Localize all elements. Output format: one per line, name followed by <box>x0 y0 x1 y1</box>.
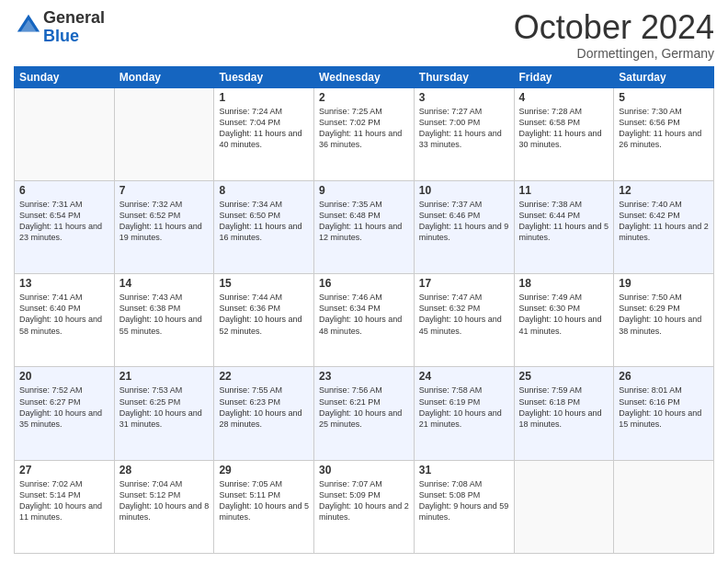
day-detail: Sunrise: 7:08 AM Sunset: 5:08 PM Dayligh… <box>419 478 509 523</box>
col-sunday: Sunday <box>15 66 115 87</box>
calendar-week-row: 1Sunrise: 7:24 AM Sunset: 7:04 PM Daylig… <box>15 87 714 180</box>
calendar-cell: 10Sunrise: 7:37 AM Sunset: 6:46 PM Dayli… <box>414 180 514 273</box>
day-number: 5 <box>619 91 709 104</box>
day-number: 9 <box>319 184 409 197</box>
day-detail: Sunrise: 7:46 AM Sunset: 6:34 PM Dayligh… <box>319 292 409 337</box>
day-number: 20 <box>19 370 109 383</box>
calendar-cell: 26Sunrise: 8:01 AM Sunset: 6:16 PM Dayli… <box>614 367 714 460</box>
calendar-cell: 6Sunrise: 7:31 AM Sunset: 6:54 PM Daylig… <box>15 180 115 273</box>
calendar-cell: 5Sunrise: 7:30 AM Sunset: 6:56 PM Daylig… <box>614 87 714 180</box>
calendar-cell: 19Sunrise: 7:50 AM Sunset: 6:29 PM Dayli… <box>614 274 714 367</box>
day-detail: Sunrise: 7:24 AM Sunset: 7:04 PM Dayligh… <box>219 106 309 151</box>
calendar-cell: 24Sunrise: 7:58 AM Sunset: 6:19 PM Dayli… <box>414 367 514 460</box>
day-number: 17 <box>419 277 509 290</box>
col-monday: Monday <box>114 66 214 87</box>
calendar-cell: 30Sunrise: 7:07 AM Sunset: 5:09 PM Dayli… <box>314 460 415 553</box>
day-detail: Sunrise: 7:52 AM Sunset: 6:27 PM Dayligh… <box>19 385 109 430</box>
day-number: 28 <box>119 464 210 477</box>
day-number: 3 <box>419 91 509 104</box>
calendar-cell: 9Sunrise: 7:35 AM Sunset: 6:48 PM Daylig… <box>314 180 415 273</box>
day-number: 14 <box>119 277 210 290</box>
calendar-cell <box>614 460 714 553</box>
day-detail: Sunrise: 7:27 AM Sunset: 7:00 PM Dayligh… <box>419 106 509 151</box>
day-number: 30 <box>319 464 409 477</box>
calendar-week-row: 20Sunrise: 7:52 AM Sunset: 6:27 PM Dayli… <box>15 367 714 460</box>
month-title: October 2024 <box>514 9 714 46</box>
day-number: 19 <box>619 277 709 290</box>
calendar-cell: 21Sunrise: 7:53 AM Sunset: 6:25 PM Dayli… <box>114 367 214 460</box>
calendar-cell: 4Sunrise: 7:28 AM Sunset: 6:58 PM Daylig… <box>514 87 614 180</box>
day-detail: Sunrise: 7:40 AM Sunset: 6:42 PM Dayligh… <box>619 199 709 244</box>
day-detail: Sunrise: 7:32 AM Sunset: 6:52 PM Dayligh… <box>119 199 210 244</box>
calendar-cell: 23Sunrise: 7:56 AM Sunset: 6:21 PM Dayli… <box>314 367 415 460</box>
day-number: 4 <box>519 91 609 104</box>
day-detail: Sunrise: 7:07 AM Sunset: 5:09 PM Dayligh… <box>319 478 409 523</box>
calendar-cell: 16Sunrise: 7:46 AM Sunset: 6:34 PM Dayli… <box>314 274 415 367</box>
day-number: 6 <box>19 184 109 197</box>
calendar-cell: 18Sunrise: 7:49 AM Sunset: 6:30 PM Dayli… <box>514 274 614 367</box>
calendar-week-row: 13Sunrise: 7:41 AM Sunset: 6:40 PM Dayli… <box>15 274 714 367</box>
col-wednesday: Wednesday <box>314 66 415 87</box>
logo-icon <box>16 13 41 39</box>
day-number: 13 <box>19 277 109 290</box>
calendar-cell: 29Sunrise: 7:05 AM Sunset: 5:11 PM Dayli… <box>214 460 314 553</box>
calendar-cell: 22Sunrise: 7:55 AM Sunset: 6:23 PM Dayli… <box>214 367 314 460</box>
calendar-cell: 28Sunrise: 7:04 AM Sunset: 5:12 PM Dayli… <box>114 460 214 553</box>
logo-general-text: General <box>43 8 105 27</box>
day-number: 12 <box>619 184 709 197</box>
calendar-cell: 17Sunrise: 7:47 AM Sunset: 6:32 PM Dayli… <box>414 274 514 367</box>
day-detail: Sunrise: 7:55 AM Sunset: 6:23 PM Dayligh… <box>219 385 309 430</box>
day-detail: Sunrise: 7:41 AM Sunset: 6:40 PM Dayligh… <box>19 292 109 337</box>
day-number: 25 <box>519 370 609 383</box>
location-subtitle: Dormettingen, Germany <box>514 46 714 61</box>
calendar-week-row: 27Sunrise: 7:02 AM Sunset: 5:14 PM Dayli… <box>15 460 714 553</box>
calendar-cell: 15Sunrise: 7:44 AM Sunset: 6:36 PM Dayli… <box>214 274 314 367</box>
calendar-cell <box>15 87 115 180</box>
day-number: 27 <box>19 464 109 477</box>
day-number: 2 <box>319 91 409 104</box>
calendar-cell: 7Sunrise: 7:32 AM Sunset: 6:52 PM Daylig… <box>114 180 214 273</box>
day-detail: Sunrise: 7:34 AM Sunset: 6:50 PM Dayligh… <box>219 199 309 244</box>
col-friday: Friday <box>514 66 614 87</box>
calendar-cell: 14Sunrise: 7:43 AM Sunset: 6:38 PM Dayli… <box>114 274 214 367</box>
day-number: 24 <box>419 370 509 383</box>
day-detail: Sunrise: 7:43 AM Sunset: 6:38 PM Dayligh… <box>119 292 210 337</box>
calendar-table: Sunday Monday Tuesday Wednesday Thursday… <box>14 66 714 554</box>
day-number: 18 <box>519 277 609 290</box>
calendar-cell <box>114 87 214 180</box>
day-detail: Sunrise: 7:56 AM Sunset: 6:21 PM Dayligh… <box>319 385 409 430</box>
day-detail: Sunrise: 7:04 AM Sunset: 5:12 PM Dayligh… <box>119 478 210 523</box>
calendar-cell: 1Sunrise: 7:24 AM Sunset: 7:04 PM Daylig… <box>214 87 314 180</box>
day-detail: Sunrise: 7:49 AM Sunset: 6:30 PM Dayligh… <box>519 292 609 337</box>
page: General Blue October 2024 Dormettingen, … <box>0 0 728 563</box>
day-detail: Sunrise: 7:47 AM Sunset: 6:32 PM Dayligh… <box>419 292 509 337</box>
day-detail: Sunrise: 7:25 AM Sunset: 7:02 PM Dayligh… <box>319 106 409 151</box>
day-number: 10 <box>419 184 509 197</box>
day-number: 29 <box>219 464 309 477</box>
calendar-cell: 13Sunrise: 7:41 AM Sunset: 6:40 PM Dayli… <box>15 274 115 367</box>
day-number: 26 <box>619 370 709 383</box>
day-detail: Sunrise: 7:37 AM Sunset: 6:46 PM Dayligh… <box>419 199 509 244</box>
day-number: 23 <box>319 370 409 383</box>
calendar-cell: 25Sunrise: 7:59 AM Sunset: 6:18 PM Dayli… <box>514 367 614 460</box>
calendar-cell: 2Sunrise: 7:25 AM Sunset: 7:02 PM Daylig… <box>314 87 415 180</box>
logo-blue-text: Blue <box>43 27 79 45</box>
day-detail: Sunrise: 8:01 AM Sunset: 6:16 PM Dayligh… <box>619 385 709 430</box>
logo: General Blue <box>14 9 105 46</box>
day-detail: Sunrise: 7:58 AM Sunset: 6:19 PM Dayligh… <box>419 385 509 430</box>
day-detail: Sunrise: 7:50 AM Sunset: 6:29 PM Dayligh… <box>619 292 709 337</box>
calendar-header-row: Sunday Monday Tuesday Wednesday Thursday… <box>15 66 714 87</box>
day-detail: Sunrise: 7:02 AM Sunset: 5:14 PM Dayligh… <box>19 478 109 523</box>
day-number: 16 <box>319 277 409 290</box>
day-number: 7 <box>119 184 210 197</box>
day-number: 21 <box>119 370 210 383</box>
day-detail: Sunrise: 7:30 AM Sunset: 6:56 PM Dayligh… <box>619 106 709 151</box>
day-number: 11 <box>519 184 609 197</box>
day-detail: Sunrise: 7:31 AM Sunset: 6:54 PM Dayligh… <box>19 199 109 244</box>
calendar-cell: 3Sunrise: 7:27 AM Sunset: 7:00 PM Daylig… <box>414 87 514 180</box>
day-detail: Sunrise: 7:05 AM Sunset: 5:11 PM Dayligh… <box>219 478 309 523</box>
day-detail: Sunrise: 7:53 AM Sunset: 6:25 PM Dayligh… <box>119 385 210 430</box>
day-number: 31 <box>419 464 509 477</box>
day-detail: Sunrise: 7:59 AM Sunset: 6:18 PM Dayligh… <box>519 385 609 430</box>
day-number: 22 <box>219 370 309 383</box>
